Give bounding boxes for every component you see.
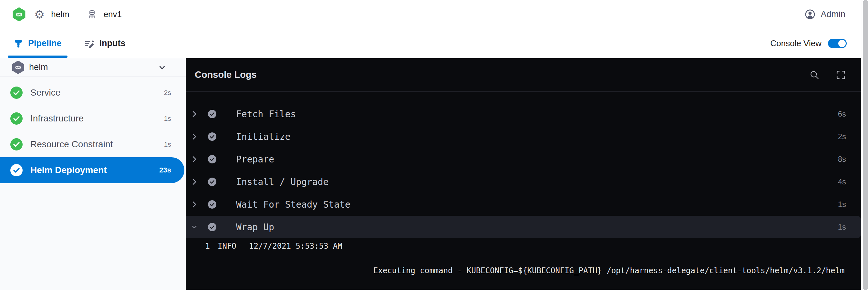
- step-duration: 2s: [838, 132, 846, 141]
- chevron-right-icon[interactable]: [191, 110, 197, 118]
- stage-row-service[interactable]: Service 2s: [0, 80, 184, 106]
- sidebar-pipeline-label: helm: [29, 62, 48, 72]
- pipeline-hexagon-icon: [11, 61, 25, 74]
- log-line-number: 1: [205, 240, 210, 290]
- step-duration: 6s: [838, 109, 846, 119]
- user-menu[interactable]: Admin: [805, 9, 845, 20]
- gear-icon: ⚙: [34, 9, 44, 20]
- step-success-icon: [208, 155, 217, 164]
- avatar-icon: [805, 9, 815, 20]
- console-view-label: Console View: [770, 38, 822, 49]
- step-duration: 4s: [838, 177, 846, 186]
- console-view-toggle[interactable]: [828, 39, 847, 48]
- chevron-right-icon[interactable]: [191, 155, 197, 163]
- stage-row-helm-deployment[interactable]: Helm Deployment 23s: [0, 157, 184, 183]
- execution-content: helm Service 2s Infrastructure 1s: [0, 58, 868, 290]
- tab-pipeline-label: Pipeline: [28, 38, 62, 49]
- tab-pipeline[interactable]: Pipeline: [8, 29, 67, 58]
- step-row-install-upgrade[interactable]: Install / Upgrade 4s: [186, 170, 868, 193]
- chevron-down-icon[interactable]: [191, 224, 197, 230]
- stage-label: Infrastructure: [30, 114, 84, 124]
- stage-row-infrastructure[interactable]: Infrastructure 1s: [0, 106, 184, 131]
- toggle-knob: [838, 40, 846, 47]
- step-duration: 8s: [838, 155, 846, 164]
- pipeline-icon: [13, 39, 23, 49]
- step-label: Wait For Steady State: [236, 199, 350, 210]
- step-label: Install / Upgrade: [236, 176, 329, 187]
- step-duration: 1s: [838, 200, 846, 209]
- log-message-line: Executing command - KUBECONFIG=${KUBECON…: [373, 264, 844, 277]
- step-success-icon: [208, 223, 217, 231]
- stage-row-resource-constraint[interactable]: Resource Constraint 1s: [0, 131, 184, 157]
- log-timestamp: 12/7/2021 5:53:53 AM: [249, 240, 342, 290]
- view-tab-bar: Pipeline Inputs Console View: [0, 29, 868, 58]
- fullscreen-icon[interactable]: [836, 70, 846, 80]
- log-entry: 1 INFO 12/7/2021 5:53:53 AM Executing co…: [186, 240, 868, 290]
- chevron-right-icon[interactable]: [191, 178, 197, 186]
- step-row-wait-for-steady-state[interactable]: Wait For Steady State 1s: [186, 193, 868, 216]
- stage-sidebar: helm Service 2s Infrastructure 1s: [0, 58, 186, 290]
- chain-link-icon: [14, 10, 24, 19]
- log-level: INFO: [218, 240, 237, 290]
- stage-label: Resource Constraint: [30, 139, 113, 150]
- pipeline-collapse-header[interactable]: helm: [0, 58, 186, 77]
- step-row-wrap-up[interactable]: Wrap Up 1s: [186, 216, 861, 238]
- inputs-icon: [84, 38, 95, 49]
- success-check-icon: [10, 112, 23, 125]
- console-view-control: Console View: [770, 38, 847, 49]
- log-output: 1 INFO 12/7/2021 5:53:53 AM Executing co…: [186, 238, 868, 290]
- step-success-icon: [208, 132, 217, 141]
- chevron-down-icon: [158, 63, 166, 72]
- stage-duration: 2s: [164, 89, 171, 97]
- stage-list: Service 2s Infrastructure 1s Resource Co…: [0, 77, 186, 183]
- tab-inputs-label: Inputs: [99, 38, 126, 49]
- tab-inputs[interactable]: Inputs: [79, 29, 131, 58]
- step-row-fetch-files[interactable]: Fetch Files 6s: [186, 103, 868, 125]
- chevron-right-icon[interactable]: [191, 200, 197, 208]
- environment-icon: [87, 9, 97, 20]
- step-label: Fetch Files: [236, 109, 296, 120]
- console-header: Console Logs: [186, 58, 868, 92]
- success-check-icon: [10, 87, 23, 99]
- success-check-icon: [10, 138, 23, 151]
- step-label: Prepare: [236, 154, 274, 165]
- step-label: Initialize: [236, 131, 290, 142]
- user-label: Admin: [820, 9, 845, 20]
- step-label: Wrap Up: [236, 222, 274, 232]
- step-success-icon: [208, 109, 217, 119]
- scrollbar-track: [861, 0, 868, 290]
- step-row-initialize[interactable]: Initialize 2s: [186, 125, 868, 148]
- pipeline-name: helm: [51, 9, 69, 20]
- stage-label: Helm Deployment: [30, 165, 107, 175]
- log-message: Executing command - KUBECONFIG=${KUBECON…: [373, 240, 844, 290]
- step-success-icon: [208, 200, 217, 209]
- step-success-icon: [208, 177, 217, 186]
- step-duration: 1s: [838, 223, 846, 231]
- stage-duration: 1s: [164, 115, 171, 122]
- environment-name: env1: [104, 9, 122, 20]
- success-check-icon: [10, 164, 23, 176]
- console-logs-panel: Console Logs Fetch F: [186, 58, 868, 290]
- pipeline-logo-icon: [12, 7, 26, 22]
- stage-label: Service: [30, 88, 60, 98]
- stage-duration: 23s: [159, 166, 171, 174]
- scrollbar-thumb[interactable]: [863, 0, 868, 290]
- chevron-right-icon[interactable]: [191, 133, 197, 140]
- stage-duration: 1s: [164, 140, 171, 148]
- search-icon[interactable]: [809, 70, 819, 80]
- step-row-prepare[interactable]: Prepare 8s: [186, 148, 868, 170]
- top-navigation-bar: ⚙ helm env1 Admin: [0, 0, 868, 29]
- console-title: Console Logs: [195, 69, 257, 80]
- step-list: Fetch Files 6s Initialize 2s: [186, 92, 868, 238]
